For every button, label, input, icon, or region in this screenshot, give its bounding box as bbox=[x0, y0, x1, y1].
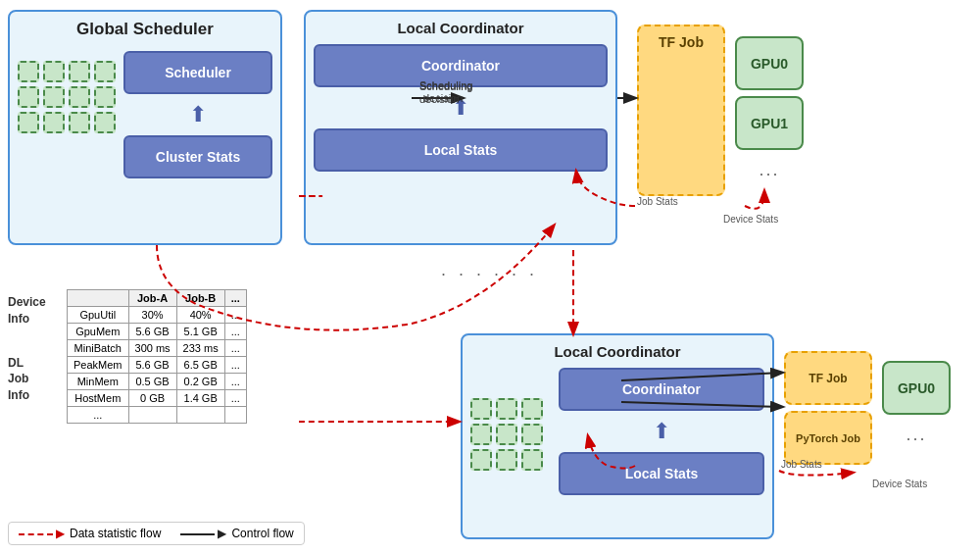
row-minmem-dots: ... bbox=[224, 374, 246, 390]
table-row: MinMem 0.5 GB 0.2 GB ... bbox=[68, 374, 247, 390]
row-hostmem-dots: ... bbox=[224, 390, 246, 407]
node-2 bbox=[43, 61, 65, 82]
row-peakmem-dots: ... bbox=[224, 357, 246, 374]
lc-node-4 bbox=[470, 424, 492, 445]
local-stats-top-box: Local Stats bbox=[314, 128, 608, 172]
table-row: GpuMem 5.6 GB 5.1 GB ... bbox=[68, 324, 247, 340]
table-row: GpuUtil 30% 40% ... bbox=[68, 307, 247, 324]
gpu0-bottom-box: GPU0 bbox=[882, 361, 951, 415]
row-gpumem-dots: ... bbox=[224, 324, 246, 340]
lc-bottom-boxes: Coordinator ⬆ Local Stats bbox=[559, 368, 764, 495]
coordinator-top-box: Coordinator bbox=[314, 44, 608, 87]
table-area: DeviceInfo DLJobInfo Job-A Job-B ... Gpu… bbox=[8, 289, 297, 534]
lc-top-boxes: Coordinator ⬆ Local Stats bbox=[314, 44, 608, 172]
dl-job-label: DLJobInfo bbox=[8, 355, 46, 404]
col-header-jobb: Job-B bbox=[176, 290, 224, 307]
lc-top-title: Local Coordinator bbox=[314, 20, 608, 36]
row-minibatch-joba: 300 ms bbox=[128, 340, 176, 357]
row-gpumem-joba: 5.6 GB bbox=[128, 324, 176, 340]
row-gpumem-label: GpuMem bbox=[68, 324, 129, 340]
job-stats-bottom-label: Job Stats bbox=[781, 459, 822, 470]
global-scheduler-nodes bbox=[18, 61, 116, 133]
job-boxes-bottom: TF Job PyTorch Job bbox=[784, 351, 872, 465]
lc-node-6 bbox=[521, 424, 543, 445]
cluster-stats-box: Cluster Stats bbox=[123, 135, 272, 178]
dashed-line-icon bbox=[19, 533, 53, 535]
node-6 bbox=[43, 86, 65, 108]
node-11 bbox=[69, 112, 90, 133]
coordinator-bottom-box: Coordinator bbox=[559, 368, 764, 411]
jobs-bottom-group: TF Job PyTorch Job GPU0 ... bbox=[784, 351, 951, 465]
gpu-dots-bottom: ... bbox=[882, 425, 951, 445]
local-coordinator-bottom-box: Local Coordinator Coordinator ⬆ Local St… bbox=[461, 333, 774, 539]
lc-node-7 bbox=[470, 449, 492, 471]
gpu0-top-box: GPU0 bbox=[735, 36, 804, 90]
data-flow-legend: ▶ Data statistic flow bbox=[19, 527, 161, 540]
table-row: MiniBatch 300 ms 233 ms ... bbox=[68, 340, 247, 357]
row-gpuutil-label: GpuUtil bbox=[68, 307, 129, 324]
global-scheduler-title: Global Scheduler bbox=[18, 20, 272, 39]
tf-job-top-group: TF Job GPU0 GPU1 ... bbox=[637, 25, 804, 196]
table-row: HostMem 0 GB 1.4 GB ... bbox=[68, 390, 247, 407]
lc-node-9 bbox=[521, 449, 543, 471]
lc-node-5 bbox=[496, 424, 517, 445]
local-coordinator-top-box: Local Coordinator Coordinator ⬆ Local St… bbox=[304, 10, 617, 245]
table-row: ... bbox=[68, 407, 247, 424]
node-7 bbox=[69, 86, 90, 108]
device-stats-top-label: Device Stats bbox=[723, 214, 778, 225]
solid-arrow-icon: ▶ bbox=[218, 527, 226, 540]
lc-node-8 bbox=[496, 449, 517, 471]
lc-bottom-title: Local Coordinator bbox=[470, 343, 764, 360]
row-gpuutil-joba: 30% bbox=[128, 307, 176, 324]
solid-line-icon bbox=[180, 533, 215, 535]
row-peakmem-jobb: 6.5 GB bbox=[176, 357, 224, 374]
col-header-dots: ... bbox=[224, 290, 246, 307]
row-hostmem-label: HostMem bbox=[68, 390, 129, 407]
node-1 bbox=[18, 61, 39, 82]
table-row: PeakMem 5.6 GB 6.5 GB ... bbox=[68, 357, 247, 374]
data-flow-label: Data statistic flow bbox=[70, 527, 161, 540]
node-10 bbox=[43, 112, 65, 133]
row-minibatch-dots: ... bbox=[224, 340, 246, 357]
node-9 bbox=[18, 112, 39, 133]
node-3 bbox=[69, 61, 90, 82]
control-flow-legend: ▶ Control flow bbox=[180, 527, 293, 540]
row-gpuutil-dots: ... bbox=[224, 307, 246, 324]
control-flow-label: Control flow bbox=[231, 527, 293, 540]
info-labels-group: DeviceInfo DLJobInfo bbox=[8, 294, 46, 404]
row-peakmem-label: PeakMem bbox=[68, 357, 129, 374]
tf-job-top-box: TF Job bbox=[637, 25, 725, 196]
node-8 bbox=[94, 86, 116, 108]
row-minmem-label: MinMem bbox=[68, 374, 129, 390]
stats-table: Job-A Job-B ... GpuUtil 30% 40% ... GpuM… bbox=[67, 289, 247, 424]
row-hostmem-joba: 0 GB bbox=[128, 390, 176, 407]
tf-job-bottom-box: TF Job bbox=[784, 351, 872, 405]
up-arrow-lc-top-icon: ⬆ bbox=[314, 95, 608, 121]
job-stats-top-label: Job Stats bbox=[637, 196, 678, 207]
h-dots-middle: . . . . . . bbox=[441, 260, 538, 280]
local-stats-bottom-box: Local Stats bbox=[559, 452, 764, 495]
up-arrow-icon: ⬆ bbox=[123, 102, 272, 127]
device-stats-bottom-label: Device Stats bbox=[872, 479, 927, 489]
up-arrow-lc-bottom-icon: ⬆ bbox=[559, 419, 764, 444]
node-5 bbox=[18, 86, 39, 108]
row-gpuutil-jobb: 40% bbox=[176, 307, 224, 324]
row-peakmem-joba: 5.6 GB bbox=[128, 357, 176, 374]
row-minibatch-jobb: 233 ms bbox=[176, 340, 224, 357]
dashed-arrow-icon: ▶ bbox=[56, 527, 65, 540]
gpu-dots-top: ... bbox=[735, 160, 804, 180]
row-minibatch-label: MiniBatch bbox=[68, 340, 129, 357]
col-header-name bbox=[68, 290, 129, 307]
gpu1-top-box: GPU1 bbox=[735, 96, 804, 150]
row-bottom-dots: ... bbox=[68, 407, 129, 424]
device-info-label: DeviceInfo bbox=[8, 294, 46, 328]
node-4 bbox=[94, 61, 116, 82]
scheduler-boxes: Scheduler ⬆ Cluster Stats bbox=[123, 51, 272, 178]
pytorch-job-box: PyTorch Job bbox=[784, 411, 872, 465]
scheduler-box: Scheduler bbox=[123, 51, 272, 94]
lc-bottom-nodes bbox=[470, 398, 543, 471]
gpu-stack-bottom: GPU0 ... bbox=[882, 361, 951, 465]
lc-node-2 bbox=[496, 398, 517, 420]
gpu-stack-top: GPU0 GPU1 ... bbox=[735, 36, 804, 180]
row-hostmem-jobb: 1.4 GB bbox=[176, 390, 224, 407]
